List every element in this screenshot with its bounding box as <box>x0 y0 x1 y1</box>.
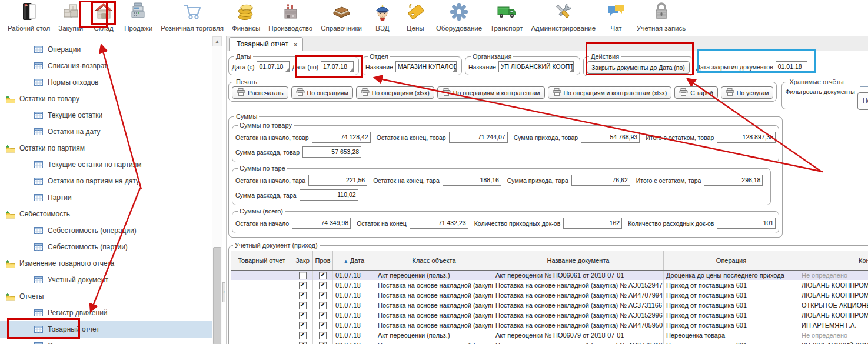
nav-tree-item[interactable]: Изменение товарного отчета <box>0 255 212 272</box>
cell-proved[interactable] <box>313 340 333 344</box>
print-button[interactable]: С тарой <box>674 86 718 99</box>
toolbar-module-item[interactable]: Продажи <box>120 1 157 32</box>
column-date[interactable]: ▲Дата <box>333 251 375 270</box>
sum-field-value[interactable]: 110,02 <box>300 189 358 201</box>
toolbar-module-item[interactable]: Производство <box>264 1 317 32</box>
cell-date[interactable]: 02.07.18 <box>333 340 375 344</box>
cell-date[interactable]: 01.07.18 <box>333 300 375 310</box>
cell-date[interactable]: 01.07.18 <box>333 290 375 300</box>
sum-field-value[interactable]: 74 349,98 <box>292 218 351 229</box>
closed-checkbox[interactable] <box>299 282 307 289</box>
nav-tree-item[interactable]: Отчеты <box>0 288 212 305</box>
closed-checkbox[interactable] <box>299 312 307 319</box>
cell-closed[interactable] <box>292 320 313 330</box>
proved-checkbox[interactable] <box>319 292 327 299</box>
sum-field-value[interactable]: 74 128,42 <box>312 132 371 143</box>
close-date-input[interactable]: 01.01.18 <box>776 61 807 72</box>
nav-tree-item[interactable]: С <box>0 338 212 344</box>
sum-field-value[interactable]: 221,56 <box>308 175 367 186</box>
cell-operation[interactable]: Приход от поставщика 601 <box>664 320 799 330</box>
proved-checkbox[interactable] <box>319 282 327 289</box>
cell-date[interactable]: 01.07.18 <box>333 280 375 290</box>
proved-checkbox[interactable] <box>319 322 327 329</box>
nav-tree-item[interactable]: Остатки по товару <box>0 91 212 107</box>
cell-class[interactable]: Поставка на основе накладной (закупка) <box>375 320 493 330</box>
department-name-input[interactable]: МАГАЗИН КУПАЛОВСКИ <box>395 61 457 72</box>
sum-field-value[interactable]: 128 897,35 <box>717 132 776 143</box>
print-button[interactable]: По операциям (xlsx) <box>356 86 434 99</box>
organization-name-input[interactable]: УП ЛЮБАНСКИЙ КООПТ <box>498 61 574 72</box>
sum-field-value[interactable]: 71 244,07 <box>449 132 508 143</box>
cell-contragent[interactable]: Не определено <box>799 270 868 280</box>
cell-date[interactable]: 01.07.18 <box>333 310 375 320</box>
cell-operation[interactable]: Приход от поставщика 601 <box>664 310 799 320</box>
cell-operation[interactable]: Приход от поставщика 601 <box>664 300 799 310</box>
nav-tree-item[interactable]: Себестоимость (партии) <box>0 239 212 255</box>
cell-class[interactable]: Поставка на основе накладной (закупка) <box>375 280 493 290</box>
document-row[interactable]: 01.07.18 Поставка на основе накладной (з… <box>231 320 868 330</box>
sum-field-value[interactable]: 101 <box>717 218 776 229</box>
cell-class[interactable]: Поставка на основе накладной (закупка) <box>375 290 493 300</box>
cell-proved[interactable] <box>313 320 333 330</box>
cell-proved[interactable] <box>313 300 333 310</box>
nav-tree-item[interactable]: Текущие остатки <box>0 107 212 123</box>
toolbar-module-item[interactable]: Склад <box>87 1 120 32</box>
closed-checkbox[interactable] <box>299 342 307 344</box>
nav-tree-item[interactable]: Товарный отчет <box>0 321 212 338</box>
cell-report[interactable] <box>231 320 292 330</box>
cell-contragent[interactable]: ОТКРЫТОЕ АКЦИОНЕРНОЕ <box>799 300 868 310</box>
toolbar-module-item[interactable]: Транспорт <box>486 1 527 32</box>
cell-contragent[interactable]: ИП АРТЕМЯН Г.А. <box>799 320 868 330</box>
cell-report[interactable] <box>231 300 292 310</box>
cell-closed[interactable] <box>292 310 313 320</box>
closed-checkbox[interactable] <box>299 322 307 329</box>
cell-closed[interactable] <box>292 280 313 290</box>
cell-proved[interactable] <box>313 280 333 290</box>
cell-contragent[interactable]: ЛЮБАНЬ КООППРОМ <box>799 310 868 320</box>
cell-docname[interactable]: Поставка на основе накладной (закупка) №… <box>493 340 664 344</box>
cell-operation[interactable]: Приход от поставщика 601 <box>664 290 799 300</box>
cell-class[interactable]: Поставка на основе накладной (закупка) <box>375 340 493 344</box>
toolbar-module-item[interactable]: Администрирование <box>527 1 600 32</box>
print-button[interactable]: Распечатать <box>232 86 288 99</box>
cell-docname[interactable]: Поставка на основе накладной (закупка) №… <box>493 300 664 310</box>
cell-report[interactable] <box>231 340 292 344</box>
cell-date[interactable]: 01.07.18 <box>333 330 375 340</box>
sum-field-value[interactable]: 188,16 <box>443 175 501 186</box>
scrollbar-thumb[interactable] <box>213 247 221 344</box>
cell-docname[interactable]: Поставка на основе накладной (закупка) №… <box>493 310 664 320</box>
cell-proved[interactable] <box>313 330 333 340</box>
panel-splitter[interactable]: ‹ <box>222 36 227 344</box>
cell-report[interactable] <box>231 290 292 300</box>
column-class[interactable]: Класс объекта <box>375 251 493 270</box>
cell-class[interactable]: Акт переоценки (польз.) <box>375 330 493 340</box>
print-button[interactable]: По операциям и контрагентам <box>437 86 545 99</box>
cell-report[interactable] <box>231 270 292 280</box>
nav-tree-item[interactable]: Списания-возврат <box>0 58 212 74</box>
proved-checkbox[interactable] <box>319 342 327 344</box>
document-row[interactable]: 02.07.18 Поставка на основе накладной (з… <box>231 340 868 344</box>
cell-contragent[interactable]: УП ЛЮБАНСКИЙ КООП <box>799 340 868 344</box>
stored-new-button[interactable]: Но <box>857 92 868 110</box>
proved-checkbox[interactable] <box>319 302 327 309</box>
toolbar-module-item[interactable]: Учётная запись <box>633 1 690 32</box>
cell-class[interactable]: Поставка на основе накладной (закупка) <box>375 300 493 310</box>
tab-close-icon[interactable]: x <box>294 41 297 48</box>
nav-tree-item[interactable]: Нормы отходов <box>0 74 212 91</box>
cell-closed[interactable] <box>292 330 313 340</box>
column-contragent[interactable]: Контрагент <box>799 251 868 270</box>
nav-tree-item[interactable]: Операции <box>0 41 212 58</box>
sidebar-scrollbar[interactable]: ▲ <box>212 36 222 344</box>
cell-contragent[interactable]: ЛЮБАНЬ КООППРОМ <box>799 280 868 290</box>
cell-closed[interactable] <box>292 300 313 310</box>
document-row[interactable]: 01.07.18 Поставка на основе накладной (з… <box>231 290 868 300</box>
cell-docname[interactable]: Поставка на основе накладной (закупка) №… <box>493 320 664 330</box>
date-from-input[interactable]: 01.07.18 <box>257 61 290 72</box>
scrollbar-up-icon[interactable]: ▲ <box>212 36 222 46</box>
cell-contragent[interactable]: Не определено <box>799 330 868 340</box>
nav-tree-item[interactable]: Текущие остатки по партиям <box>0 156 212 173</box>
column-operation[interactable]: Операция <box>664 251 799 270</box>
tab-tovarny-otchet[interactable]: Товарный отчет x <box>229 37 303 51</box>
nav-tree-item[interactable]: Остатки на дату <box>0 123 212 140</box>
sum-field-value[interactable]: 76,62 <box>571 175 630 186</box>
